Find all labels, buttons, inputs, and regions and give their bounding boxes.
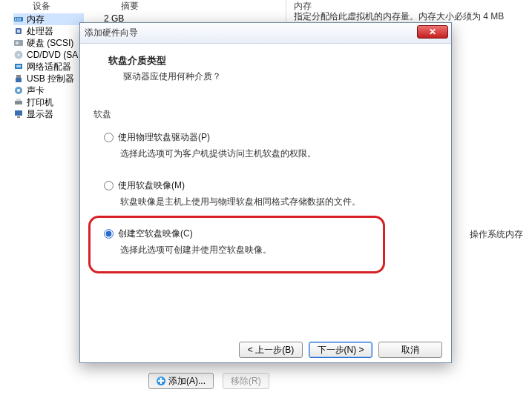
device-label: 硬盘 (SCSI) [27, 37, 73, 50]
device-item-disk[interactable]: 硬盘 (SCSI) [13, 37, 84, 49]
dialog-title-text: 添加硬件向导 [85, 27, 138, 39]
wizard-step-subtitle: 驱动器应使用何种介质？ [123, 70, 441, 83]
svg-rect-5 [17, 30, 20, 33]
svg-rect-18 [15, 110, 22, 116]
remove-button-label: 移除(R) [231, 375, 261, 388]
column-summary: 摘要 [121, 0, 139, 13]
svg-rect-12 [16, 75, 21, 78]
os-memory-note: 操作系统内存 [470, 228, 523, 241]
device-label: USB 控制器 [27, 73, 74, 85]
close-icon: ✕ [429, 27, 436, 37]
option-create-empty-desc: 选择此选项可创建并使用空软盘映像。 [120, 244, 441, 256]
next-button[interactable]: 下一步(N) > [309, 342, 372, 358]
sound-icon [13, 85, 24, 96]
printer-icon [13, 97, 24, 107]
device-item-processor[interactable]: 处理器 [13, 25, 84, 37]
usb-icon [13, 73, 24, 84]
svg-point-9 [18, 54, 20, 56]
option-disk-image-desc: 软盘映像是主机上使用与物理软盘相同格式存储数据的文件。 [120, 196, 441, 208]
device-label: 显示器 [27, 108, 53, 121]
device-label: 内存 [27, 13, 45, 26]
dialog-close-button[interactable]: ✕ [417, 25, 448, 39]
device-item-printer[interactable]: 打印机 [13, 96, 84, 108]
svg-rect-3 [19, 18, 21, 21]
dialog-titlebar[interactable]: 添加硬件向导 ✕ [80, 23, 451, 44]
network-icon [13, 62, 24, 72]
radio-physical-drive[interactable] [104, 133, 114, 142]
svg-rect-17 [16, 99, 21, 101]
cancel-button[interactable]: 取消 [378, 342, 442, 358]
radio-create-empty[interactable] [104, 229, 114, 239]
detail-desc: 指定分配给此虚拟机的内存量。内存大小必须为 4 MB [294, 10, 504, 23]
device-label: 声卡 [27, 84, 45, 97]
radio-label: 使用软盘映像(M) [118, 179, 185, 192]
remove-hardware-button: 移除(R) [223, 373, 269, 389]
disk-icon [13, 38, 24, 48]
back-button[interactable]: < 上一步(B) [239, 342, 303, 358]
option-physical-desc: 选择此选项可为客户机提供访问主机软盘的权限。 [120, 147, 441, 160]
radio-label: 使用物理软盘驱动器(P) [118, 131, 210, 144]
option-create-empty[interactable]: 创建空软盘映像(C) [104, 228, 441, 241]
svg-rect-1 [15, 18, 16, 21]
memory-icon [13, 14, 24, 24]
svg-rect-16 [15, 101, 22, 104]
next-button-label: 下一步(N) > [318, 344, 364, 356]
cancel-button-label: 取消 [401, 344, 419, 356]
add-icon [157, 376, 165, 385]
device-label: 打印机 [27, 96, 53, 109]
dialog-body: 软盘介质类型 驱动器应使用何种介质？ 软盘 使用物理软盘驱动器(P) 选择此选项… [80, 44, 451, 340]
svg-rect-2 [17, 18, 19, 21]
column-device: 设备 [33, 0, 50, 13]
back-button-label: < 上一步(B) [248, 344, 294, 356]
add-hardware-wizard-dialog: 添加硬件向导 ✕ 软盘介质类型 驱动器应使用何种介质？ 软盘 使用物理软盘驱动器… [79, 22, 452, 363]
device-item-usb[interactable]: USB 控制器 [13, 73, 84, 84]
wizard-footer: < 上一步(B) 下一步(N) > 取消 [239, 342, 442, 358]
device-buttons: 添加(A)... 移除(R) [148, 373, 269, 389]
radio-disk-image[interactable] [104, 181, 114, 190]
device-item-network[interactable]: 网络适配器 [13, 61, 84, 73]
option-physical-drive[interactable]: 使用物理软盘驱动器(P) [104, 131, 441, 145]
svg-rect-11 [16, 65, 21, 67]
group-label-floppy: 软盘 [93, 108, 441, 121]
cpu-icon [13, 26, 24, 36]
device-item-cddvd[interactable]: CD/DVD (SA [13, 49, 84, 61]
device-label: CD/DVD (SA [27, 50, 78, 60]
svg-rect-19 [17, 116, 20, 118]
svg-point-15 [17, 89, 20, 92]
svg-point-7 [16, 42, 19, 44]
device-item-memory[interactable]: 内存 [13, 13, 84, 25]
device-label: 网络适配器 [27, 61, 71, 73]
svg-rect-13 [16, 78, 22, 82]
display-icon [13, 109, 24, 119]
option-disk-image[interactable]: 使用软盘映像(M) [104, 179, 441, 193]
device-item-display[interactable]: 显示器 [13, 108, 84, 120]
add-hardware-button[interactable]: 添加(A)... [148, 373, 214, 389]
device-item-sound[interactable]: 声卡 [13, 84, 84, 96]
radio-label: 创建空软盘映像(C) [118, 228, 193, 240]
device-label: 处理器 [27, 25, 53, 38]
device-list: 内存 处理器 硬盘 (SCSI) CD/DVD (SA 网络适配器 [13, 13, 84, 120]
add-button-label: 添加(A)... [168, 375, 206, 388]
cd-icon [13, 50, 24, 60]
wizard-step-title: 软盘介质类型 [108, 54, 441, 67]
